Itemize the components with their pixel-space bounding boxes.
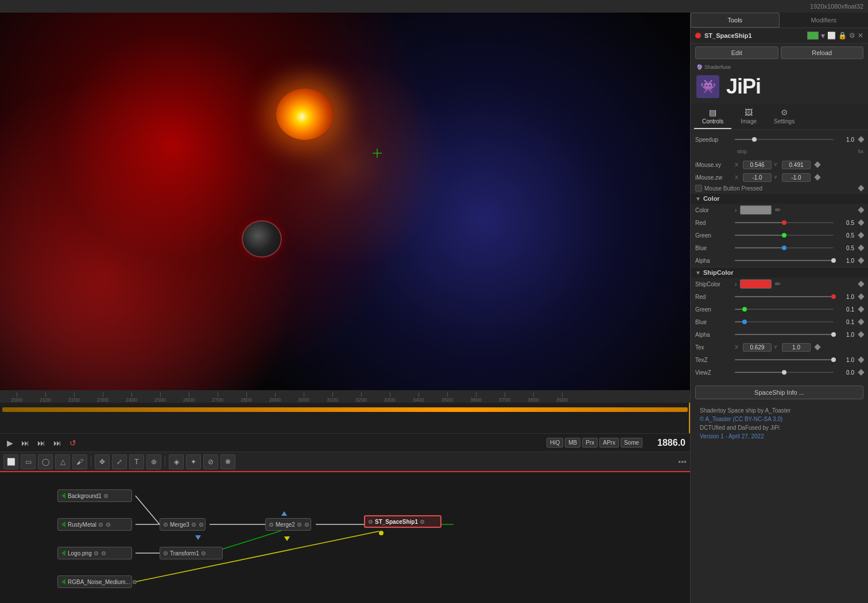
- ship-green-slider[interactable]: [735, 305, 834, 313]
- edit-button[interactable]: Edit: [695, 46, 778, 59]
- shipcolor-section-header[interactable]: ▼ ShipColor: [691, 267, 868, 278]
- node-logo[interactable]: Logo.png: [57, 547, 132, 559]
- prx-button[interactable]: Prx: [582, 438, 598, 448]
- blue-slider[interactable]: [735, 244, 834, 252]
- chevron-down-icon[interactable]: ▾: [821, 31, 825, 40]
- ruler-mark: 2900: [261, 392, 289, 403]
- node-merge2[interactable]: Merge2: [265, 518, 311, 531]
- node-output-rustymetal-2: [106, 523, 110, 527]
- settings-icon[interactable]: ⚙: [849, 32, 855, 40]
- shaderfuse-label: Shaderfuse: [704, 64, 731, 70]
- color-section-header[interactable]: ▼ Color: [691, 193, 868, 204]
- node-output-rustymetal-1: [99, 523, 103, 527]
- tex-y-input[interactable]: [782, 343, 811, 352]
- node-st-spaceship1[interactable]: ST_SpaceShip1: [364, 515, 441, 528]
- ship-alpha-keyframe[interactable]: [858, 331, 864, 337]
- tab-settings[interactable]: ⚙ Settings: [766, 106, 803, 129]
- fast-forward-button[interactable]: ⏭: [35, 437, 48, 449]
- red-keyframe[interactable]: [858, 219, 864, 225]
- imousexy-x-input[interactable]: [743, 161, 772, 169]
- speedup-slider[interactable]: [735, 135, 834, 143]
- warp-tool[interactable]: ⤢: [112, 454, 127, 469]
- mask-tool[interactable]: ⊕: [146, 454, 161, 469]
- ruler-mark: 3600: [462, 392, 490, 403]
- spaceship-info-button[interactable]: SpaceShip Info ...: [695, 386, 863, 399]
- some-button[interactable]: Some: [621, 438, 642, 448]
- transform-tool[interactable]: ✥: [95, 454, 110, 469]
- node-graph[interactable]: Background1 RustyMetal: [0, 471, 690, 603]
- poly-tool[interactable]: △: [55, 454, 70, 469]
- shipcolor-keyframe[interactable]: [858, 281, 864, 287]
- frame-display: 1886.0: [657, 438, 685, 448]
- node-rustymetal[interactable]: RustyMetal: [57, 518, 132, 531]
- shipcolor-eyedropper-icon[interactable]: ✏: [775, 280, 781, 288]
- tab-tools[interactable]: Tools: [691, 13, 780, 28]
- particle-tool[interactable]: ✦: [186, 454, 201, 469]
- mouse-btn-checkbox[interactable]: [695, 185, 702, 192]
- eyedropper-icon[interactable]: ✏: [775, 206, 781, 214]
- ellipse-tool[interactable]: ◯: [38, 454, 53, 469]
- close-icon[interactable]: ✕: [858, 32, 863, 40]
- node-merge3[interactable]: Merge3: [160, 518, 206, 531]
- imousezw-x-input[interactable]: [743, 173, 772, 182]
- blue-value: 0.5: [836, 245, 854, 251]
- alpha-keyframe[interactable]: [858, 257, 864, 263]
- hiq-button[interactable]: HiQ: [547, 438, 563, 448]
- aprx-button[interactable]: APrx: [599, 438, 619, 448]
- tab-controls[interactable]: ▤ Controls: [694, 106, 731, 129]
- green-keyframe[interactable]: [858, 232, 864, 238]
- text-tool[interactable]: T: [129, 454, 144, 469]
- imousexy-keyframe[interactable]: [814, 161, 820, 168]
- imousezw-keyframe[interactable]: [814, 174, 820, 180]
- viewz-slider[interactable]: [735, 368, 834, 376]
- color-swatch-grey[interactable]: [740, 205, 772, 215]
- ship-red-slider[interactable]: [735, 293, 834, 301]
- 3d-tool[interactable]: ◈: [169, 454, 184, 469]
- tex-keyframe[interactable]: [814, 344, 820, 350]
- color-keyframe[interactable]: [858, 207, 864, 213]
- select-tool[interactable]: ⬜: [3, 454, 18, 469]
- mouse-btn-keyframe[interactable]: [858, 185, 864, 191]
- viewport[interactable]: [0, 13, 690, 390]
- node-background1[interactable]: Background1: [57, 489, 132, 502]
- mb-button[interactable]: MB: [565, 438, 580, 448]
- paint-tool[interactable]: 🖌: [72, 454, 87, 469]
- tab-modifiers[interactable]: Modifiers: [780, 13, 869, 28]
- more-button[interactable]: •••: [678, 457, 687, 466]
- tex-x-input[interactable]: [743, 343, 772, 352]
- ship-blue-keyframe[interactable]: [858, 318, 864, 325]
- timeline-track[interactable]: [0, 403, 690, 433]
- lock-icon[interactable]: 🔒: [838, 32, 847, 40]
- node-transform1[interactable]: Transform1: [160, 547, 223, 559]
- end-button[interactable]: ⏭: [51, 437, 64, 449]
- node-color-swatch[interactable]: [807, 32, 819, 40]
- ship-alpha-slider[interactable]: [735, 330, 834, 339]
- loop-button[interactable]: ↺: [67, 437, 79, 449]
- red-slider[interactable]: [735, 219, 834, 227]
- window-icon[interactable]: ⬜: [827, 32, 836, 40]
- step-forward-button[interactable]: ⏭: [19, 437, 32, 449]
- viewz-keyframe[interactable]: [858, 369, 864, 375]
- lens-tool[interactable]: ⊘: [203, 454, 218, 469]
- play-button[interactable]: ▶: [5, 437, 16, 449]
- ship-green-keyframe[interactable]: [858, 306, 864, 312]
- blur-tool[interactable]: ❋: [220, 454, 235, 469]
- green-slider[interactable]: [735, 231, 834, 239]
- ship-red-keyframe[interactable]: [858, 293, 864, 299]
- node-scroll-area[interactable]: Background1 RustyMetal: [0, 472, 690, 603]
- blue-keyframe[interactable]: [858, 244, 864, 251]
- texz-slider[interactable]: [735, 356, 834, 364]
- node-rgba-noise[interactable]: RGBA_Noise_Medium...: [57, 575, 132, 588]
- ship-blue-slider[interactable]: [735, 318, 834, 326]
- speedup-keyframe[interactable]: [858, 136, 864, 142]
- texz-keyframe[interactable]: [858, 356, 864, 363]
- shipcolor-swatch-red[interactable]: [740, 279, 772, 289]
- imousezw-y-input[interactable]: [782, 173, 811, 182]
- timeline-container[interactable]: 2000210022002300240025002600270028002900…: [0, 390, 690, 433]
- ruler-mark: 3800: [519, 392, 548, 403]
- alpha-slider[interactable]: [735, 256, 834, 264]
- reload-button[interactable]: Reload: [781, 46, 864, 59]
- rect-tool[interactable]: ▭: [21, 454, 36, 469]
- imousexy-y-input[interactable]: [782, 161, 811, 169]
- tab-image[interactable]: 🖼 Image: [733, 106, 765, 129]
